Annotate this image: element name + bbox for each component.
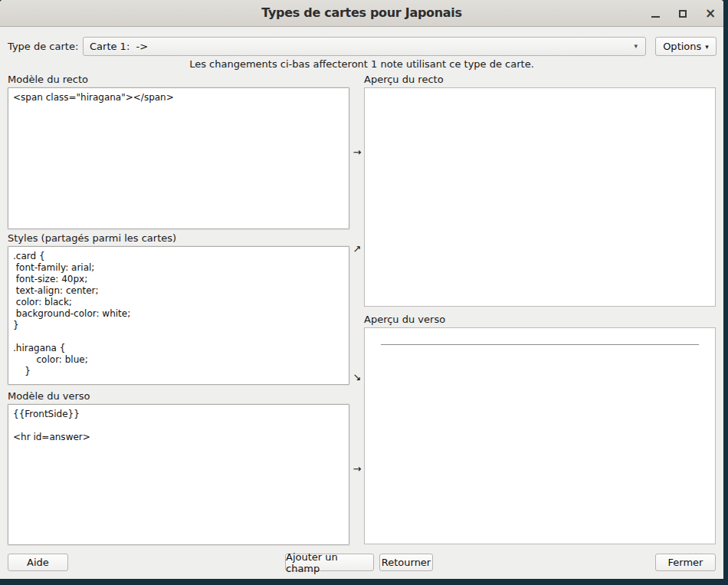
titlebar[interactable]: Types de cartes pour Japonais ×	[0, 0, 723, 27]
styling-label: Styles (partagés parmi les cartes)	[8, 232, 176, 244]
back-preview-label: Aperçu du verso	[364, 314, 445, 325]
front-template-label: Modèle du recto	[8, 74, 88, 85]
window-controls: ×	[648, 0, 717, 27]
close-dialog-button-label: Fermer	[668, 557, 703, 568]
menu-arrow-icon: ▾	[705, 43, 709, 51]
back-preview-pane	[364, 327, 716, 544]
maximize-button[interactable]	[676, 5, 690, 22]
answer-divider	[381, 344, 699, 345]
back-template-label: Modèle du verso	[8, 390, 90, 402]
add-field-button-label: Ajouter un champ	[286, 551, 373, 574]
back-arrow-icon: →	[350, 463, 364, 475]
close-icon: ×	[705, 7, 716, 20]
flip-button[interactable]: Retourner	[379, 554, 433, 571]
window-title: Types de cartes pour Japonais	[0, 5, 723, 20]
help-button[interactable]: Aide	[8, 554, 68, 571]
close-button[interactable]: ×	[703, 5, 717, 22]
flip-button-label: Retourner	[382, 557, 431, 568]
styling-editor[interactable]: .card { font-family: arial; font-size: 4…	[8, 246, 349, 385]
style-up-arrow-icon: ↗	[350, 243, 364, 255]
options-button-label: Options	[663, 41, 701, 52]
minimize-icon	[651, 16, 660, 18]
style-down-arrow-icon: ↘	[350, 371, 364, 383]
front-preview-pane	[364, 87, 716, 307]
chevron-down-icon: ▾	[634, 42, 638, 50]
maximize-icon	[679, 10, 687, 18]
card-types-dialog: Types de cartes pour Japonais × Type de …	[0, 0, 723, 579]
front-arrow-icon: →	[350, 146, 364, 158]
add-field-button[interactable]: Ajouter un champ	[285, 554, 374, 571]
front-preview-label: Aperçu du recto	[364, 74, 444, 85]
help-button-label: Aide	[27, 557, 49, 568]
options-button[interactable]: Options ▾	[655, 37, 717, 56]
back-template-editor[interactable]: {{FrontSide}} <hr id=answer>	[8, 404, 349, 545]
close-dialog-button[interactable]: Fermer	[655, 554, 716, 571]
front-template-editor[interactable]: <span class="hiragana"></span>	[8, 87, 349, 229]
card-type-select[interactable]: Carte 1: -> ▾	[83, 37, 646, 56]
affected-notes-notice: Les changements ci-bas affecteront 1 not…	[0, 58, 723, 70]
card-type-label: Type de carte:	[8, 41, 78, 52]
minimize-button[interactable]	[648, 5, 662, 22]
card-type-selected-value: Carte 1: ->	[90, 41, 148, 52]
